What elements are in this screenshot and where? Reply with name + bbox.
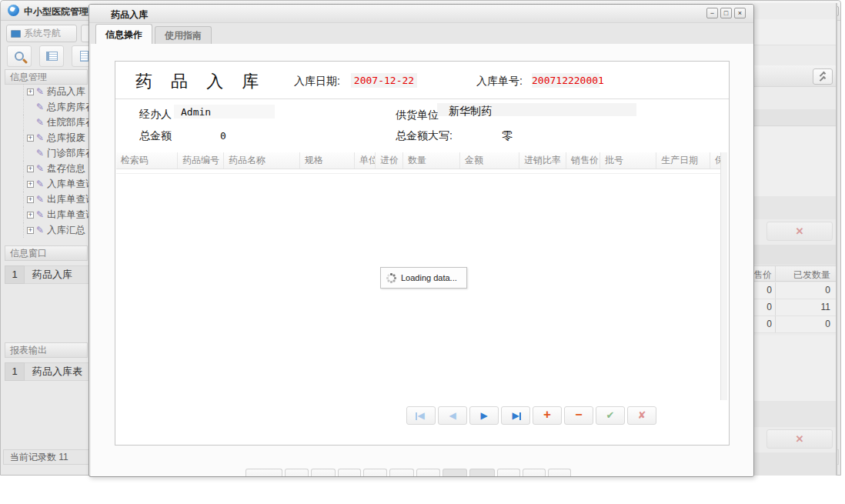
- table-row[interactable]: 0 0: [754, 316, 836, 333]
- grid-column-header[interactable]: 药品名称: [224, 152, 300, 169]
- tree-item[interactable]: ✎ 盘存信息: [23, 161, 89, 176]
- footer-button[interactable]: [416, 469, 440, 477]
- tree-item-label: 总库报废: [47, 132, 85, 145]
- grid-column-header[interactable]: 规格: [300, 152, 355, 169]
- grid-column-header[interactable]: 单位: [355, 152, 376, 169]
- table-row[interactable]: 0 11: [754, 299, 836, 316]
- form-heading: 药 品 入 库: [135, 70, 266, 93]
- pencil-icon: ✎: [36, 102, 44, 112]
- list-item-index: 1: [5, 362, 25, 381]
- tree-item[interactable]: ✎ 门诊部库存: [23, 145, 89, 161]
- items-grid-header: 检索码药品编号药品名称规格单位进价数量金额进销比率销售价批号生产日期保质期: [116, 152, 720, 169]
- grid-column-header[interactable]: 数量: [403, 152, 460, 169]
- tab-user-guide[interactable]: 使用指南: [155, 26, 212, 44]
- pencil-icon: ✎: [36, 225, 44, 235]
- order-number-value[interactable]: 200712220001: [532, 73, 600, 88]
- pencil-icon: ✎: [36, 132, 44, 143]
- list-view-button[interactable]: [39, 45, 64, 67]
- collapse-button[interactable]: [813, 68, 833, 85]
- footer-button[interactable]: [443, 469, 467, 477]
- expand-icon[interactable]: [27, 181, 34, 188]
- dialog-close-button[interactable]: ×: [734, 8, 746, 18]
- dialog-minimize-button[interactable]: −: [706, 8, 718, 18]
- grid-column-header[interactable]: 药品编号: [178, 152, 224, 169]
- nav-prev-button[interactable]: ◀: [438, 406, 467, 425]
- footer-button[interactable]: [389, 469, 414, 477]
- grid-column-header[interactable]: 进销比率: [519, 152, 566, 169]
- dialog-maximize-button[interactable]: □: [720, 8, 732, 18]
- expand-icon[interactable]: [27, 165, 34, 172]
- list-item[interactable]: 1 药品入库表: [5, 362, 89, 381]
- panel-title: 信息窗口: [10, 248, 47, 259]
- expand-icon[interactable]: [27, 212, 34, 219]
- background-window: ✕ 售价 已发数量 0 0 0 11 0 0 ✕: [754, 3, 837, 476]
- background-band: [754, 19, 836, 45]
- spinner-icon: [386, 273, 396, 283]
- search-button[interactable]: [7, 45, 32, 67]
- price-cell: 0: [754, 316, 776, 332]
- footer-button[interactable]: [311, 469, 336, 477]
- close-action-button[interactable]: ✕: [767, 222, 833, 241]
- grid-column-header[interactable]: 批号: [600, 152, 656, 169]
- footer-button[interactable]: [548, 469, 571, 477]
- confirm-button[interactable]: ✔: [596, 406, 625, 425]
- search-icon: [15, 52, 24, 61]
- grid-column-header[interactable]: 生产日期: [656, 152, 710, 169]
- dialog-titlebar[interactable]: 药品入库: [89, 5, 753, 23]
- footer-button[interactable]: [338, 469, 361, 477]
- expand-icon[interactable]: [27, 227, 34, 234]
- remove-row-button[interactable]: −: [564, 406, 593, 425]
- info-management-header[interactable]: 信息管理: [5, 69, 88, 85]
- footer-button[interactable]: [245, 469, 282, 477]
- tree-item[interactable]: ✎ 药品入库: [23, 84, 89, 99]
- footer-button[interactable]: [285, 469, 309, 477]
- tree-item[interactable]: ✎ 总库报废: [23, 130, 89, 145]
- cancel-button[interactable]: ✘: [627, 406, 656, 425]
- system-nav-button[interactable]: 系统导航: [6, 25, 77, 42]
- tab-info-operation[interactable]: 信息操作: [95, 24, 152, 44]
- dialog-body: 药 品 入 库 入库日期: 2007-12-22 入库单号: 200712220…: [91, 44, 753, 476]
- grid-column-header[interactable]: 销售价: [566, 152, 600, 169]
- background-band: [754, 401, 836, 427]
- inbound-date-value[interactable]: 2007-12-22: [351, 73, 417, 88]
- total-caps-value: 零: [502, 129, 513, 143]
- tree-item[interactable]: ✎ 出库单查询: [23, 192, 89, 207]
- footer-button[interactable]: [497, 469, 520, 477]
- tree-item[interactable]: ✎ 出库单查询: [23, 207, 89, 222]
- issued-qty-column-header[interactable]: 已发数量: [776, 266, 836, 281]
- supplier-label: 供货单位: [396, 108, 439, 122]
- expand-icon[interactable]: [27, 88, 34, 95]
- issued-qty-cell: 11: [776, 299, 836, 315]
- grid-column-header[interactable]: 保质期: [710, 152, 720, 169]
- expand-icon[interactable]: [27, 196, 34, 203]
- tree-item[interactable]: ✎ 总库房库存: [23, 99, 89, 115]
- pencil-icon: ✎: [36, 117, 44, 128]
- close-action-button[interactable]: ✕: [767, 429, 833, 449]
- grid-column-header[interactable]: 检索码: [116, 152, 178, 169]
- record-navigator: ◀◀▶▶+−✔✘: [406, 406, 656, 425]
- grid-column-header[interactable]: 进价: [376, 152, 403, 169]
- system-nav-label: 系统导航: [24, 27, 61, 40]
- nav-next-button[interactable]: ▶: [469, 406, 499, 425]
- report-output-header[interactable]: 报表输出: [5, 342, 88, 358]
- nav-last-button[interactable]: ▶: [501, 406, 530, 425]
- footer-button[interactable]: [523, 469, 546, 477]
- background-band: [754, 245, 836, 265]
- grid-scrollbar[interactable]: [720, 152, 727, 400]
- list-item[interactable]: 1 药品入库: [5, 265, 89, 284]
- tree-item[interactable]: ✎ 住院部库存: [23, 115, 89, 130]
- expand-icon[interactable]: [27, 135, 34, 142]
- tree-item[interactable]: ✎ 入库单查询: [23, 176, 89, 192]
- document-icon: [80, 51, 89, 62]
- nav-first-button[interactable]: ◀: [406, 406, 436, 425]
- grid-column-header[interactable]: 金额: [460, 152, 519, 169]
- table-row[interactable]: 0 0: [754, 282, 836, 299]
- loading-indicator: Loading data...: [380, 267, 467, 289]
- tree-item[interactable]: ✎ 入库汇总: [23, 222, 89, 238]
- add-row-button[interactable]: +: [533, 406, 562, 425]
- operator-label: 经办人: [139, 108, 172, 122]
- info-window-header[interactable]: 信息窗口: [5, 245, 88, 261]
- price-column-header[interactable]: 售价: [754, 266, 776, 281]
- footer-button[interactable]: [363, 469, 387, 477]
- footer-button[interactable]: [469, 469, 495, 477]
